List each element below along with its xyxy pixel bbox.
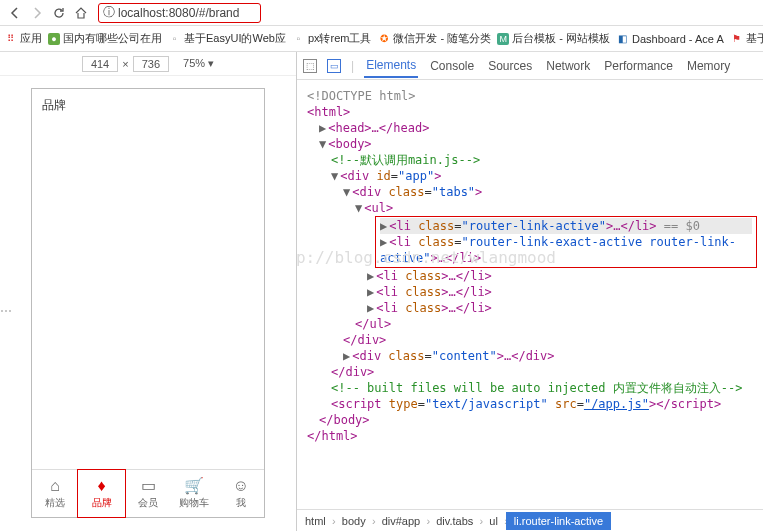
width-input[interactable]: 414 <box>82 56 118 72</box>
back-icon[interactable] <box>6 4 24 22</box>
home-icon: ⌂ <box>50 478 60 494</box>
device-frame: 品牌 ⌂精选 ♦品牌 ▭会员 🛒购物车 ☺我 <box>31 88 265 518</box>
crumb[interactable]: div.tabs <box>428 512 481 530</box>
highlighted-li-box: ▶<li class="router-link-active">…</li> =… <box>375 216 757 268</box>
home-icon[interactable] <box>72 4 90 22</box>
cart-icon: 🛒 <box>184 478 204 494</box>
tab-me[interactable]: ☺我 <box>218 470 264 517</box>
tab-sources[interactable]: Sources <box>486 55 534 77</box>
tab-performance[interactable]: Performance <box>602 55 675 77</box>
phone-tabbar: ⌂精选 ♦品牌 ▭会员 🛒购物车 ☺我 <box>32 469 264 517</box>
info-icon: ⓘ <box>103 4 115 21</box>
reload-icon[interactable] <box>50 4 68 22</box>
tab-console[interactable]: Console <box>428 55 476 77</box>
crumb[interactable]: html <box>297 512 334 530</box>
bookmark-item[interactable]: ✪微信开发 - 随笔分类 <box>377 31 491 46</box>
tab-cart[interactable]: 🛒购物车 <box>171 470 217 517</box>
page-icon: ▫ <box>292 32 305 45</box>
tab-brand[interactable]: ♦品牌 <box>77 469 125 518</box>
zoom-select[interactable]: 75% ▾ <box>183 57 214 70</box>
tab-memory[interactable]: Memory <box>685 55 732 77</box>
bookmark-item[interactable]: ⚑基于MVC4 <box>730 31 763 46</box>
page-icon: ▫ <box>168 32 181 45</box>
tab-member[interactable]: ▭会员 <box>125 470 171 517</box>
forward-icon[interactable] <box>28 4 46 22</box>
devtools-pane: ⬚ ▭ | Elements Console Sources Network P… <box>297 52 763 531</box>
bookmark-icon: M <box>497 33 509 45</box>
dom-tree[interactable]: http://blog.csdn.net/wlangmood <!DOCTYPE… <box>297 80 763 509</box>
card-icon: ▭ <box>141 478 156 494</box>
bookmark-item[interactable]: ●国内有哪些公司在用 <box>48 31 162 46</box>
bookmark-icon: ⚑ <box>730 32 743 45</box>
bookmark-item[interactable]: M后台模板 - 网站模板 <box>497 31 610 46</box>
device-preview-pane: 414 × 736 75% ▾ ⋯ 品牌 ⌂精选 ♦品牌 ▭会员 🛒购物车 ☺我 <box>0 52 297 531</box>
bookmark-item[interactable]: ▫px转rem工具 <box>292 31 372 46</box>
user-icon: ☺ <box>233 478 249 494</box>
tab-featured[interactable]: ⌂精选 <box>32 470 78 517</box>
crumb[interactable]: body <box>334 512 374 530</box>
apps-button[interactable]: ⠿应用 <box>4 31 42 46</box>
tab-elements[interactable]: Elements <box>364 54 418 78</box>
inspect-icon[interactable]: ⬚ <box>303 59 317 73</box>
device-toggle-icon[interactable]: ▭ <box>327 59 341 73</box>
bookmarks-bar: ⠿应用 ●国内有哪些公司在用 ▫基于EasyUI的Web应 ▫px转rem工具 … <box>0 26 763 52</box>
device-dims-bar: 414 × 736 75% ▾ <box>0 52 296 76</box>
tab-network[interactable]: Network <box>544 55 592 77</box>
bookmark-icon: ● <box>48 33 60 45</box>
apps-icon: ⠿ <box>4 32 17 45</box>
browser-toolbar: ⓘ localhost:8080/#/brand <box>0 0 763 26</box>
height-input[interactable]: 736 <box>133 56 169 72</box>
bookmark-icon: ◧ <box>616 32 629 45</box>
url-text: localhost:8080/#/brand <box>118 6 239 20</box>
crumb[interactable]: ul <box>481 512 506 530</box>
ruler-dots-icon: ⋯ <box>0 304 12 318</box>
breadcrumb: html body div#app div.tabs ul li.router-… <box>297 509 763 531</box>
page-title: 品牌 <box>32 89 264 122</box>
bookmark-icon: ✪ <box>377 32 390 45</box>
bookmark-item[interactable]: ◧Dashboard - Ace A <box>616 32 724 45</box>
crumb-selected[interactable]: li.router-link-active <box>506 512 611 530</box>
crumb[interactable]: div#app <box>374 512 429 530</box>
bookmark-item[interactable]: ▫基于EasyUI的Web应 <box>168 31 286 46</box>
diamond-icon: ♦ <box>98 478 106 494</box>
devtools-tabs: ⬚ ▭ | Elements Console Sources Network P… <box>297 52 763 80</box>
url-bar[interactable]: ⓘ localhost:8080/#/brand <box>98 3 261 23</box>
